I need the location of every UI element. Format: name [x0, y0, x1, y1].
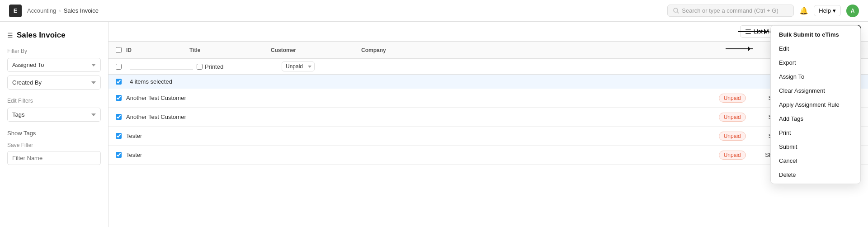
row-4-checkbox[interactable] — [116, 152, 122, 158]
table-row: Tester Unpaid Sh 5,693.28 ACC-SINV-2024-… — [108, 127, 868, 146]
dropdown-item-edit[interactable]: Edit — [771, 42, 860, 56]
svg-rect-2 — [745, 29, 751, 30]
table-row: Another Test Customer Unpaid Sh 4,513.56… — [108, 108, 868, 127]
filter-by-label: Filter By — [7, 48, 101, 54]
sidebar: ☰ Sales Invoice Filter By Assigned To Cr… — [0, 22, 108, 227]
assigned-to-select[interactable]: Assigned To — [7, 58, 101, 72]
page-title: Sales Invoice — [17, 31, 66, 40]
printed-label: Printed — [205, 63, 223, 70]
col-title-header[interactable]: Title — [189, 47, 271, 53]
dropdown-item-bulk-submit[interactable]: Bulk Submit to eTims — [771, 28, 860, 42]
dropdown-container: Bulk Submit to eTims Edit Export Assign … — [770, 25, 861, 184]
tags-select[interactable]: Tags — [7, 108, 101, 122]
breadcrumb-parent[interactable]: Accounting — [27, 7, 56, 14]
select-all-checkbox[interactable] — [116, 47, 122, 53]
dropdown-item-cancel[interactable]: Cancel — [771, 154, 860, 168]
list-icon — [745, 28, 751, 35]
printed-filter[interactable]: Printed — [197, 63, 278, 70]
row-1-status: Unpaid — [719, 94, 746, 103]
breadcrumb-current: Sales Invoice — [64, 7, 99, 14]
svg-rect-3 — [745, 31, 751, 32]
avatar[interactable]: A — [846, 5, 859, 17]
selected-info-row: 4 items selected — [108, 75, 868, 89]
table-header: ID Title Customer Company Filter ✕ — [108, 42, 868, 59]
breadcrumb-sep: › — [59, 7, 61, 14]
bell-icon[interactable]: 🔔 — [799, 6, 808, 15]
row-2-checkbox[interactable] — [116, 114, 122, 120]
search-icon — [673, 8, 679, 14]
row-2-name: Another Test Customer — [126, 114, 719, 120]
filter-name-input[interactable] — [7, 151, 101, 165]
save-filter-label: Save Filter — [7, 142, 101, 148]
row-4-name: Tester — [126, 151, 719, 158]
dropdown-item-submit[interactable]: Submit — [771, 140, 860, 154]
selected-info-checkbox[interactable] — [116, 79, 122, 85]
help-button[interactable]: Help ▾ — [814, 5, 841, 16]
row-3-checkbox[interactable] — [116, 133, 122, 139]
selected-count: 4 items selected — [130, 78, 172, 85]
top-nav: E Accounting › Sales Invoice Search or t… — [0, 0, 868, 22]
row-3-status: Unpaid — [719, 132, 746, 141]
row-1-checkbox[interactable] — [116, 95, 122, 101]
nav-icons: 🔔 Help ▾ A — [799, 5, 859, 17]
edit-filters-label: Edit Filters — [7, 98, 101, 104]
dropdown-item-apply-rule[interactable]: Apply Assignment Rule — [771, 98, 860, 112]
show-tags-label: Show Tags — [7, 130, 101, 137]
printed-checkbox[interactable] — [197, 64, 203, 70]
dropdown-item-export[interactable]: Export — [771, 56, 860, 70]
toolbar: List View ▾ ↻ ··· Actions ▾ — [108, 22, 868, 42]
menu-icon[interactable]: ☰ — [7, 32, 13, 39]
page-layout: ☰ Sales Invoice Filter By Assigned To Cr… — [0, 22, 868, 227]
main-content: List View ▾ ↻ ··· Actions ▾ ID — [108, 22, 868, 227]
dropdown-item-delete[interactable]: Delete — [771, 168, 860, 182]
col-customer-header[interactable]: Customer — [271, 47, 361, 53]
dropdown-item-print[interactable]: Print — [771, 126, 860, 140]
search-bar[interactable]: Search or type a command (Ctrl + G) — [667, 5, 794, 17]
col-id-header[interactable]: ID — [126, 47, 189, 53]
row-3-name: Tester — [126, 132, 719, 139]
breadcrumb: Accounting › Sales Invoice — [27, 7, 99, 14]
dropdown-item-assign-to[interactable]: Assign To — [771, 70, 860, 84]
page-title-row: ☰ Sales Invoice — [7, 31, 101, 40]
table-row: Tester Unpaid Sh 16,240.00 ACC-SINV-2024… — [108, 146, 868, 165]
row-4-status: Unpaid — [719, 151, 746, 160]
filter-row: Printed Unpaid — [108, 59, 868, 75]
col-company-header[interactable]: Company — [361, 47, 826, 53]
row-2-status: Unpaid — [719, 113, 746, 122]
svg-rect-4 — [745, 33, 751, 34]
table-body: 4 items selected Another Test Customer U… — [108, 75, 868, 227]
dropdown-item-add-tags[interactable]: Add Tags — [771, 112, 860, 126]
filter-row-checkbox[interactable] — [116, 64, 122, 70]
search-placeholder: Search or type a command (Ctrl + G) — [682, 7, 778, 14]
app-logo: E — [9, 5, 22, 17]
table-row: Another Test Customer Unpaid Sh 4,513.56… — [108, 89, 868, 108]
chevron-down-icon: ▾ — [833, 7, 836, 14]
unpaid-select[interactable]: Unpaid — [282, 61, 315, 71]
row-1-name: Another Test Customer — [126, 95, 719, 101]
dropdown-item-clear-assignment[interactable]: Clear Assignment — [771, 84, 860, 98]
svg-line-1 — [677, 12, 679, 13]
created-by-select[interactable]: Created By — [7, 76, 101, 90]
